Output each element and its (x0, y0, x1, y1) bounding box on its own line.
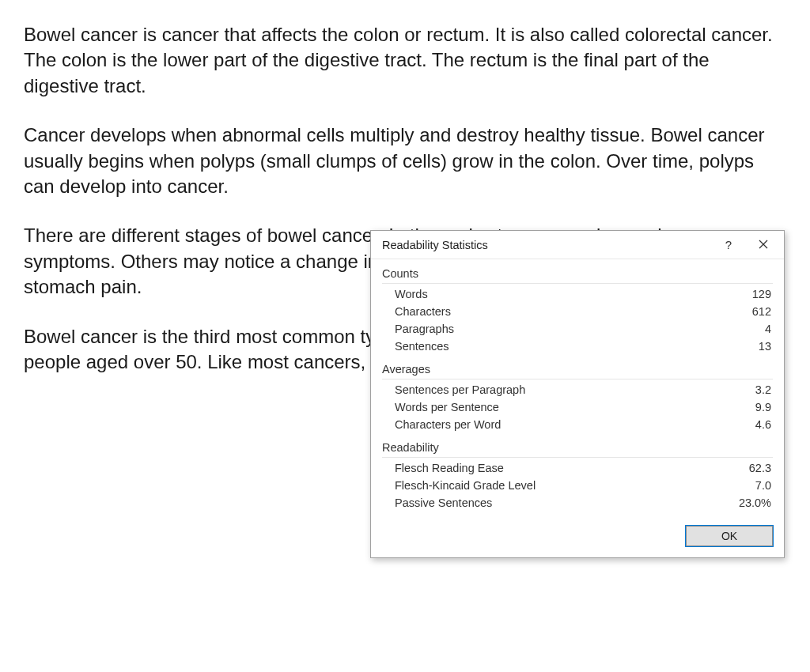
stat-label: Flesch Reading Ease (395, 462, 724, 474)
dialog-body: Counts Words 129 Characters 612 Paragrap… (371, 259, 784, 519)
stat-label: Sentences per Paragraph (395, 383, 724, 396)
stat-row-characters: Characters 612 (382, 303, 773, 320)
stat-label: Characters (395, 305, 724, 318)
stat-value: 4 (724, 323, 771, 335)
help-button[interactable]: ? (711, 232, 746, 258)
stat-label: Sentences (395, 340, 724, 353)
stat-row-flesch-kincaid-grade-level: Flesch-Kincaid Grade Level 7.0 (382, 477, 773, 494)
stat-value: 62.3 (724, 462, 771, 474)
stat-row-words-per-sentence: Words per Sentence 9.9 (382, 398, 773, 416)
dialog-titlebar[interactable]: Readability Statistics ? (371, 231, 784, 259)
stat-value: 3.2 (724, 383, 771, 396)
stat-value: 23.0% (724, 496, 771, 509)
stat-row-words: Words 129 (382, 285, 773, 303)
help-icon: ? (725, 238, 732, 251)
ok-button[interactable]: OK (686, 526, 773, 546)
stat-value: 129 (724, 288, 771, 300)
stat-row-sentences-per-paragraph: Sentences per Paragraph 3.2 (382, 381, 773, 398)
stat-label: Flesch-Kincaid Grade Level (395, 479, 724, 492)
stat-label: Words per Sentence (395, 401, 724, 413)
stat-label: Passive Sentences (395, 496, 724, 509)
stat-row-passive-sentences: Passive Sentences 23.0% (382, 494, 773, 512)
section-header-readability: Readability (382, 436, 773, 458)
stat-value: 13 (724, 340, 771, 353)
section-header-averages: Averages (382, 358, 773, 379)
stat-row-characters-per-word: Characters per Word 4.6 (382, 416, 773, 433)
stat-value: 9.9 (724, 401, 771, 413)
close-icon (759, 238, 768, 251)
stat-row-flesch-reading-ease: Flesch Reading Ease 62.3 (382, 459, 773, 477)
stat-value: 4.6 (724, 418, 771, 431)
stat-label: Paragraphs (395, 323, 724, 335)
dialog-title: Readability Statistics (382, 239, 711, 251)
readability-statistics-dialog: Readability Statistics ? Counts Words 12… (370, 230, 785, 558)
document-paragraph[interactable]: Cancer develops when abnormal cells mult… (24, 123, 786, 199)
stat-label: Characters per Word (395, 418, 724, 431)
stat-row-paragraphs: Paragraphs 4 (382, 320, 773, 338)
stat-label: Words (395, 288, 724, 300)
stat-value: 7.0 (724, 479, 771, 492)
document-paragraph[interactable]: Bowel cancer is cancer that affects the … (24, 22, 786, 99)
close-button[interactable] (746, 232, 781, 258)
dialog-footer: OK (371, 519, 784, 557)
section-header-counts: Counts (382, 262, 773, 284)
stat-value: 612 (724, 305, 771, 318)
stat-row-sentences: Sentences 13 (382, 338, 773, 355)
